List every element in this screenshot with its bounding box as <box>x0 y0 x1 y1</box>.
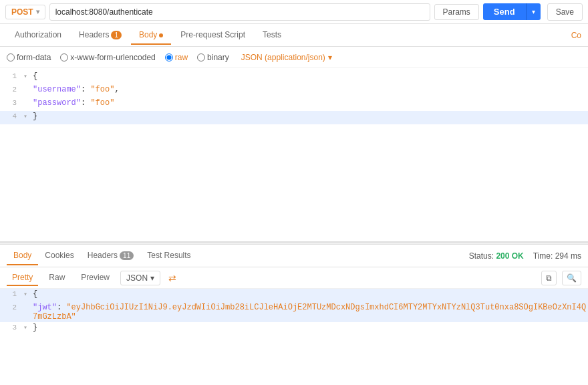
resp-line-3: 3 ▾ } <box>0 322 588 336</box>
send-button[interactable]: Send <box>483 3 526 20</box>
resp-line-2: 2 "jwt": "eyJhbGciOiJIUzI1NiJ9.eyJzdWIiO… <box>0 302 588 322</box>
json-chevron-icon: ▾ <box>328 53 332 62</box>
status-label: Status: 200 OK <box>469 251 524 261</box>
response-status-bar: Status: 200 OK Time: 294 ms <box>469 251 581 261</box>
time-label: Time: 294 ms <box>533 251 581 261</box>
save-button[interactable]: Save <box>547 3 583 21</box>
time-value: 294 ms <box>555 251 581 261</box>
response-format-bar: Pretty Raw Preview JSON ▾ ⇄ ⧉ 🔍 <box>0 267 588 289</box>
json-format-select[interactable]: JSON (application/json) ▾ <box>241 53 332 62</box>
top-bar: POST ▾ Params Send ▾ Save <box>0 0 588 24</box>
response-code: 1 ▾ { 2 "jwt": "eyJhbGciOiJIUzI1NiJ9.eyJ… <box>0 289 588 385</box>
fmt-tab-preview[interactable]: Preview <box>76 270 115 286</box>
method-label: POST <box>11 7 33 17</box>
radio-urlencoded[interactable]: x-www-form-urlencoded <box>60 53 155 62</box>
method-chevron-icon: ▾ <box>36 8 39 15</box>
response-actions: ⧉ 🔍 <box>541 271 581 285</box>
fmt-tab-raw[interactable]: Raw <box>43 270 70 286</box>
body-options: form-data x-www-form-urlencoded raw bina… <box>0 47 588 68</box>
radio-raw[interactable]: raw <box>165 53 188 62</box>
response-area: Body Cookies Headers11 Test Results Stat… <box>0 245 588 385</box>
resp-tab-headers[interactable]: Headers11 <box>81 247 140 265</box>
req-line-1: 1 ▾ { <box>0 71 588 84</box>
request-body-editor[interactable]: 1 ▾ { 2 "username": "foo", 3 "password":… <box>0 68 588 242</box>
method-select[interactable]: POST ▾ <box>5 5 45 19</box>
response-tabs-bar: Body Cookies Headers11 Test Results Stat… <box>0 245 588 267</box>
tab-body[interactable]: Body <box>131 26 171 45</box>
response-format-select[interactable]: JSON ▾ <box>120 271 160 285</box>
tab-authorization[interactable]: Authorization <box>7 26 69 45</box>
fmt-tab-pretty[interactable]: Pretty <box>7 270 38 286</box>
format-chevron-icon: ▾ <box>150 273 154 283</box>
tab-prerequest[interactable]: Pre-request Script <box>172 26 253 45</box>
send-button-group: Send ▾ <box>483 3 541 20</box>
copy-response-button[interactable]: ⧉ <box>541 271 557 285</box>
url-input[interactable] <box>49 3 430 21</box>
radio-binary[interactable]: binary <box>197 53 229 62</box>
radio-form-data[interactable]: form-data <box>7 53 51 62</box>
resp-tab-cookies[interactable]: Cookies <box>38 247 80 265</box>
request-tabs: Authorization Headers1 Body Pre-request … <box>0 24 588 47</box>
send-dropdown-button[interactable]: ▾ <box>526 3 541 20</box>
resp-tab-test-results[interactable]: Test Results <box>140 247 197 265</box>
wrap-icon[interactable]: ⇄ <box>168 273 176 283</box>
search-response-button[interactable]: 🔍 <box>562 271 581 285</box>
tab-tests[interactable]: Tests <box>255 26 289 45</box>
resp-tab-body[interactable]: Body <box>7 247 38 265</box>
body-dot <box>159 33 163 37</box>
req-line-3: 3 "password": "foo" <box>0 98 588 111</box>
co-link[interactable]: Co <box>571 31 581 40</box>
request-code-lines: 1 ▾ { 2 "username": "foo", 3 "password":… <box>0 68 588 127</box>
resp-line-1: 1 ▾ { <box>0 289 588 302</box>
req-line-4: 4 ▾ } <box>0 111 588 124</box>
req-line-2: 2 "username": "foo", <box>0 84 588 98</box>
status-value: 200 OK <box>496 251 523 261</box>
params-button[interactable]: Params <box>434 4 479 20</box>
tab-headers[interactable]: Headers1 <box>71 26 130 45</box>
